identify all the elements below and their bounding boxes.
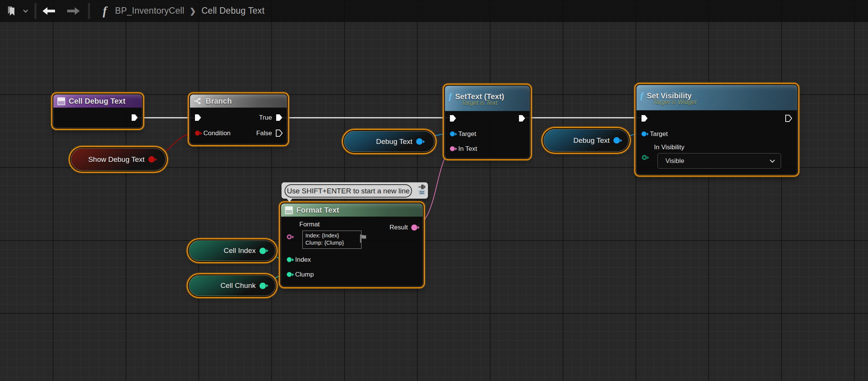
exec-output-pin[interactable] <box>518 114 525 122</box>
exec-input-pin[interactable] <box>449 114 456 122</box>
int-output-pin[interactable] <box>259 248 266 254</box>
format-label: Format <box>299 221 320 228</box>
function-icon: f <box>640 91 643 100</box>
node-branch[interactable]: Branch Condition True False <box>190 94 287 144</box>
int-output-pin[interactable] <box>259 283 266 289</box>
wire-layer <box>0 0 868 381</box>
function-graph-icon: f <box>103 4 107 18</box>
blueprint-graph-canvas[interactable]: Cell Debug Text Branch Condition True <box>0 0 868 381</box>
bookmark-icon <box>7 6 17 16</box>
format-text-input[interactable]: Index: {Index} Clump: {Clump} <box>302 231 362 249</box>
localize-flag-icon[interactable] <box>360 234 367 245</box>
forward-button[interactable] <box>64 0 83 22</box>
exec-output-pin[interactable] <box>785 114 792 122</box>
object-output-pin[interactable] <box>613 137 620 144</box>
arrow-right-icon <box>67 7 80 15</box>
chevron-down-icon <box>769 159 775 163</box>
clump-input-pin[interactable]: Clump <box>287 270 314 278</box>
in-visibility-label: In Visibility <box>654 144 684 151</box>
node-title: Cell Debug Text <box>69 97 126 106</box>
false-output-pin[interactable]: False <box>256 129 283 137</box>
breadcrumb-current[interactable]: Cell Debug Text <box>201 6 264 16</box>
node-set-visibility[interactable]: f Set Visibility Target is Widget Target… <box>636 85 797 175</box>
comment-text: Use SHIFT+ENTER to start a new line <box>285 184 412 198</box>
function-icon: f <box>449 92 452 101</box>
node-header: f SetText (Text) Target is Text <box>445 86 530 111</box>
branch-icon <box>194 97 202 105</box>
getter-cell-index[interactable]: Cell Index <box>189 240 275 261</box>
node-cell-debug-text-event[interactable]: Cell Debug Text <box>53 94 142 128</box>
node-header: f Set Visibility Target is Widget <box>637 85 797 111</box>
in-visibility-dropdown[interactable]: Visible <box>657 153 781 169</box>
index-input-pin[interactable]: Index <box>287 256 311 264</box>
target-input-pin[interactable]: Target <box>450 130 476 138</box>
breadcrumb-root[interactable]: BP_InventoryCell <box>115 6 184 16</box>
true-output-pin[interactable]: True <box>259 114 283 122</box>
getter-show-debug-text[interactable]: Show Debug Text <box>71 148 166 171</box>
node-comment-bubble: Use SHIFT+ENTER to start a new line <box>281 182 428 199</box>
bookmarks-dropdown-button[interactable] <box>20 0 31 22</box>
comment-options-icon[interactable] <box>418 190 425 196</box>
back-button[interactable] <box>39 0 58 22</box>
graph-toolbar: f BP_InventoryCell ❯ Cell Debug Text <box>0 0 868 22</box>
exec-output-pin[interactable] <box>131 114 138 122</box>
getter-debug-text-1[interactable]: Debug Text <box>344 131 434 152</box>
node-title: Format Text <box>296 206 339 215</box>
result-output-pin[interactable]: Result <box>390 223 417 231</box>
node-title: Branch <box>206 97 232 106</box>
in-visibility-input-pin[interactable] <box>642 153 647 161</box>
node-header: Branch <box>190 95 287 108</box>
node-format-text[interactable]: Format Text Format Result Index: {Index}… <box>281 203 423 286</box>
node-header: Cell Debug Text <box>53 95 142 108</box>
condition-input-pin[interactable]: Condition <box>195 129 231 137</box>
bubble-tail <box>286 198 292 202</box>
bool-output-pin[interactable] <box>148 156 155 163</box>
exec-input-pin[interactable] <box>641 114 648 122</box>
node-settext[interactable]: f SetText (Text) Target is Text Target I… <box>445 85 530 158</box>
blueprint-editor: { "toolbar": { "breadcrumb_root": "BP_In… <box>0 0 868 381</box>
format-input-pin[interactable] <box>287 233 292 241</box>
getter-debug-text-2[interactable]: Debug Text <box>544 129 629 152</box>
object-output-pin[interactable] <box>416 138 423 145</box>
widget-event-icon <box>57 97 65 105</box>
node-header: Format Text <box>281 204 423 217</box>
exec-input-pin[interactable] <box>194 114 201 122</box>
format-text-icon <box>285 206 293 214</box>
toolbar-separator <box>35 3 36 19</box>
node-subtitle: Target is Text <box>461 100 525 106</box>
chevron-down-icon <box>23 9 28 13</box>
breadcrumb-separator-icon: ❯ <box>190 6 196 16</box>
toolbar-separator <box>88 3 90 19</box>
in-text-input-pin[interactable]: In Text <box>450 145 477 153</box>
bookmarks-button[interactable] <box>4 0 20 22</box>
getter-cell-chunk[interactable]: Cell Chunk <box>189 275 275 296</box>
arrow-left-icon <box>42 7 55 15</box>
node-subtitle: Target is Widget <box>653 99 793 106</box>
target-input-pin[interactable]: Target <box>642 130 668 138</box>
